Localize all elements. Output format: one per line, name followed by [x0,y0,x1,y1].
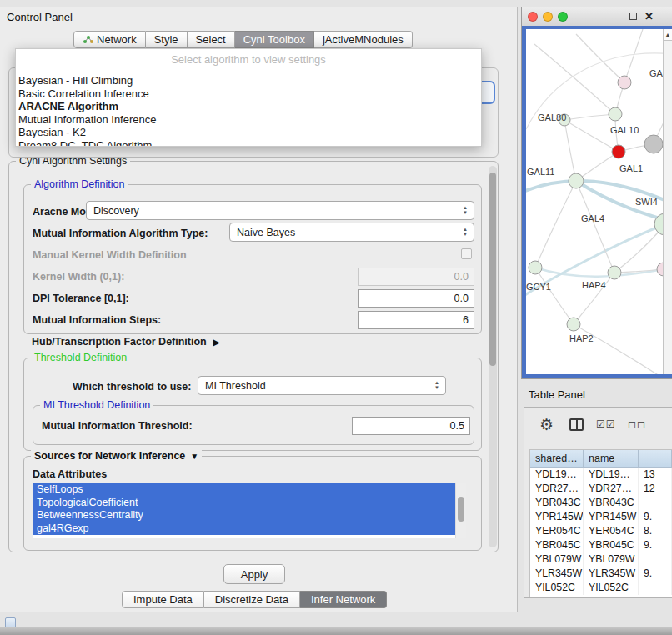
table-cell [639,496,672,510]
tab-network[interactable]: Network [73,31,146,48]
attribute-item-topologicalcoefficient[interactable]: TopologicalCoefficient [33,497,455,510]
hub-definition-expander[interactable]: Hub/Transcription Factor Definition ▶ [32,336,219,348]
dropdown-item-mutual-information-inference[interactable]: Mutual Information Inference [16,113,481,127]
tab-jactivemnodules[interactable]: jActiveMNodules [314,31,413,48]
columns-icon[interactable] [569,418,584,431]
mi-threshold-input[interactable]: 0.5 [352,417,470,435]
algorithm-dropdown-list: Bayesian - Hill ClimbingBasic Correlatio… [16,74,481,147]
table-cell: YDL19… [530,468,584,482]
attribute-item-selfloops[interactable]: SelfLoops [33,483,455,497]
control-panel-title: Control Panel [7,11,73,23]
column-header-name[interactable]: name [584,450,639,467]
table-cell: YLR345W [584,567,639,581]
table-cell: YBR043C [584,496,639,510]
gear-icon[interactable]: ⚙ [539,415,554,434]
network-edge [564,114,615,120]
network-vertical-scrollbar[interactable]: ▲ [663,29,672,374]
deselect-columns-icon[interactable]: ◻◻ [628,418,646,430]
table-cell [639,552,672,567]
mi-steps-input[interactable]: 6 [358,311,474,329]
data-attributes-list[interactable]: SelfLoopsTopologicalCoefficientBetweenne… [33,483,466,538]
table-row[interactable]: YLR345WYLR345W9. [530,567,672,581]
network-node[interactable] [644,135,663,153]
dropdown-item-aracne-algorithm[interactable]: ARACNE Algorithm [16,100,481,113]
dropdown-item-dream8-dc-tdc-algorithm[interactable]: Dream8 DC_TDC Algorithm [16,139,481,148]
minimize-traffic-light[interactable] [543,12,553,22]
spin-down-icon: ▼ [461,210,469,215]
network-node[interactable] [608,266,621,279]
table-cell: YER054C [584,524,639,538]
dropdown-placeholder: Select algorithm to view settings [16,49,481,74]
algorithm-definition-group: Algorithm Definition Aracne Mode: Discov… [23,184,482,334]
table-panel-window: ⚙ ☑☑ ◻◻ shared…name YDL19…YDL19…13YDR27…… [524,407,672,598]
apply-button[interactable]: Apply [223,564,285,584]
table-row[interactable]: YER054CYER054C8. [530,524,672,538]
attribute-item-gal4rgexp[interactable]: gal4RGexp [33,522,455,536]
bottom-tab-infer-network[interactable]: Infer Network [300,591,387,608]
network-window-titlebar[interactable]: ✕ [522,8,672,27]
table-row[interactable]: YDL19…YDL19…13 [530,468,672,482]
which-threshold-select[interactable]: MI Threshold ▲ ▼ [198,376,446,395]
desktop: Control Panel NetworkStyleSelectCyni Too… [0,0,672,635]
table-row[interactable]: YIL052CYIL052C [530,581,672,595]
mi-threshold-title: MI Threshold Definition [40,399,153,412]
table-cell: 12 [639,482,672,496]
network-node[interactable] [569,173,584,188]
bottom-tab-bar: Impute DataDiscretize DataInfer Network [122,591,387,609]
attribute-table[interactable]: shared…name YDL19…YDL19…13YDR27…YDR27…12… [529,449,672,598]
table-cell: YBL079W [584,552,639,567]
settings-scrollbar[interactable] [489,166,497,548]
table-cell: YBR045C [584,538,639,552]
attributes-scrollbar-thumb[interactable] [458,497,464,522]
zoom-traffic-light[interactable] [558,12,568,22]
tab-style[interactable]: Style [146,31,188,48]
settings-scrollbar-thumb[interactable] [489,172,496,366]
table-row[interactable]: YBR045CYBR045C9. [530,538,672,552]
network-edge [535,268,574,324]
column-header-shared-[interactable]: shared… [530,450,584,467]
attribute-item-betweennesscentrality[interactable]: BetweennessCentrality [33,509,455,522]
table-cell: YBR043C [530,496,584,510]
tab-select[interactable]: Select [188,31,235,48]
bottom-tab-discretize-data[interactable]: Discretize Data [204,591,300,608]
spin-down-icon: ▼ [461,232,469,237]
column-header-extra[interactable] [639,450,672,467]
dropdown-item-bayesian-hill-climbing[interactable]: Bayesian - Hill Climbing [16,74,481,88]
close-traffic-light[interactable] [528,12,538,22]
network-node[interactable] [609,108,622,121]
table-row[interactable]: YPR145WYPR145W9. [530,510,672,524]
dropdown-item-bayesian-k2[interactable]: Bayesian - K2 [16,126,481,139]
mi-steps-label: Mutual Information Steps: [33,314,161,326]
attributes-scrollbar[interactable] [455,483,466,538]
network-node[interactable] [612,145,625,158]
threshold-definition-group: Threshold Definition Which threshold to … [23,358,482,451]
table-cell: YLR345W [530,567,584,581]
float-window-icon[interactable] [629,12,637,20]
network-node[interactable] [567,318,580,331]
bottom-tab-impute-data[interactable]: Impute Data [122,591,204,608]
table-row[interactable]: YBL079WYBL079W [530,552,672,567]
network-node[interactable] [618,76,631,89]
mi-algorithm-type-select[interactable]: Naive Bayes ▲ ▼ [229,222,474,242]
select-columns-icon[interactable]: ☑☑ [596,418,616,430]
dropdown-item-basic-correlation-inference[interactable]: Basic Correlation Inference [16,88,481,101]
table-cell: YDL19… [584,468,639,482]
table-row[interactable]: YDR27…YDR27…12 [530,482,672,496]
tab-label: Select [196,33,226,46]
aracne-mode-select[interactable]: Discovery ▲ ▼ [86,201,474,220]
sources-expander[interactable]: Sources for Network Inference ▼ [31,450,202,462]
table-cell: YER054C [530,524,584,538]
top-tab-bar: NetworkStyleSelectCyni ToolboxjActiveMNo… [73,31,413,48]
dpi-tolerance-input[interactable]: 0.0 [358,289,474,308]
table-cell: YDR27… [584,482,639,496]
status-strip [0,627,672,635]
network-node[interactable] [529,261,542,274]
network-canvas[interactable]: GAL8GAL80GAL10GAL11GAL1SWI4GAL4GCY1HAP4H… [526,29,672,374]
which-threshold-value: MI Threshold [205,380,266,392]
scroll-up-icon[interactable]: ▲ [664,29,672,41]
close-window-icon[interactable]: ✕ [644,10,654,22]
network-edge [576,34,624,82]
tab-cyni-toolbox[interactable]: Cyni Toolbox [235,31,314,48]
network-edge [574,324,659,374]
table-row[interactable]: YBR043CYBR043C [530,496,672,510]
